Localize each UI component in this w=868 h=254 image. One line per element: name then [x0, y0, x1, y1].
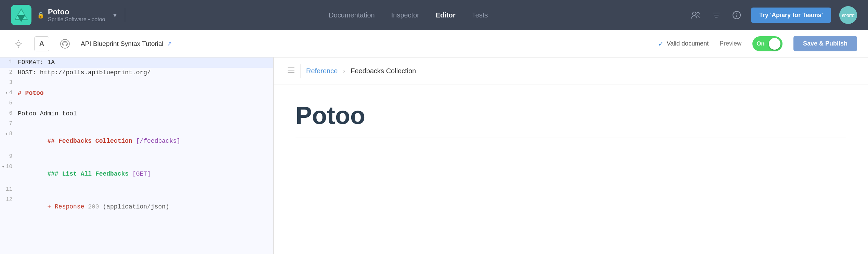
editor-line: 2 HOST: http://polls.apiblueprint.org/	[0, 68, 273, 78]
line-code: ## Feedbacks Collection [/feedbacks]	[18, 130, 180, 151]
collapse-arrow[interactable]: ▾	[5, 131, 8, 137]
app-logo[interactable]	[11, 5, 31, 25]
nav-link-documentation[interactable]: Documentation	[329, 11, 375, 19]
editor-line: 12 + Response 200 (application/json)	[0, 195, 273, 218]
line-code: FORMAT: 1A	[18, 58, 55, 66]
nav-actions: ? Try 'Apiary for Teams' SPRITE	[689, 6, 857, 24]
svg-text:?: ?	[735, 13, 737, 18]
brand-info: 🔒 Potoo Spritle Software • potoo	[37, 8, 105, 23]
line-code: HOST: http://polls.apiblueprint.org/	[18, 68, 151, 76]
editor-line: ▾8 ## Feedbacks Collection [/feedbacks]	[0, 129, 273, 152]
line-code	[18, 120, 22, 127]
editor-line: 3	[0, 78, 273, 88]
line-number: 9	[0, 153, 18, 160]
toggle-knob	[769, 38, 780, 50]
line-code	[18, 186, 22, 193]
check-icon: ✓	[658, 40, 664, 48]
breadcrumb-divider	[300, 64, 301, 78]
line-code: + Response 200 (application/json)	[18, 196, 169, 217]
github-button[interactable]	[57, 36, 73, 51]
preview-toggle[interactable]: On	[752, 36, 782, 51]
brand-subtitle: Spritle Software • potoo	[48, 16, 105, 23]
editor-line: 9	[0, 152, 273, 162]
breadcrumb-current: Feedbacks Collection	[351, 67, 416, 75]
save-publish-button[interactable]: Save & Publish	[793, 36, 857, 51]
editor-line: ▾10 ### List All Feedbacks [GET]	[0, 162, 273, 185]
line-number: 11	[0, 186, 18, 192]
svg-rect-21	[288, 72, 294, 73]
line-code: ### List All Feedbacks [GET]	[18, 163, 151, 184]
line-number: 1	[0, 58, 18, 65]
line-number: 5	[0, 99, 18, 106]
preview-pane: Reference › Feedbacks Collection Potoo	[274, 58, 868, 254]
line-code	[18, 99, 22, 107]
svg-text:SPRITE: SPRITE	[842, 14, 855, 18]
collapse-arrow[interactable]: ▾	[2, 164, 4, 169]
toggle-label: On	[757, 40, 765, 47]
valid-label: Valid document	[667, 40, 709, 47]
top-navigation: 🔒 Potoo Spritle Software • potoo ▾ Docum…	[0, 0, 868, 30]
editor-line: ▾4 # Potoo	[0, 88, 273, 99]
brand-title-group: Potoo Spritle Software • potoo	[48, 8, 105, 23]
user-avatar[interactable]: SPRITE	[839, 6, 857, 24]
preview-title: Potoo	[295, 101, 846, 129]
line-number: 6	[0, 110, 18, 116]
svg-point-18	[61, 39, 69, 48]
brand-title: Potoo	[48, 8, 105, 16]
line-number: ▾10	[0, 163, 18, 170]
svg-rect-19	[288, 67, 294, 68]
line-code	[18, 79, 22, 86]
toolbar: A API Blueprint Syntax Tutorial ↗ ✓ Vali…	[0, 30, 868, 58]
line-number: 3	[0, 79, 18, 86]
toggle-switch[interactable]: On	[752, 36, 782, 51]
editor-line: 6 Potoo Admin tool	[0, 109, 273, 119]
valid-indicator: ✓ Valid document	[658, 40, 709, 48]
collapse-arrow[interactable]: ▾	[5, 90, 8, 96]
toolbar-right: ✓ Valid document Preview On Save & Publi…	[658, 36, 857, 51]
line-number: 2	[0, 68, 18, 75]
font-size-button[interactable]: A	[34, 36, 49, 51]
help-icon-button[interactable]: ?	[731, 9, 743, 21]
filter-icon-button[interactable]	[710, 9, 722, 21]
main-content: 1 FORMAT: 1A 2 HOST: http://polls.apiblu…	[0, 58, 868, 254]
svg-point-13	[17, 42, 20, 46]
line-number: 7	[0, 120, 18, 127]
line-number: ▾8	[0, 130, 18, 137]
svg-rect-20	[288, 70, 294, 71]
lock-icon: 🔒	[37, 11, 44, 19]
svg-point-5	[697, 12, 699, 15]
try-teams-button[interactable]: Try 'Apiary for Teams'	[751, 8, 831, 23]
editor-line: 7	[0, 119, 273, 129]
editor-pane[interactable]: 1 FORMAT: 1A 2 HOST: http://polls.apiblu…	[0, 58, 274, 254]
editor-line: 1 FORMAT: 1A	[0, 58, 273, 68]
team-icon-button[interactable]	[689, 9, 702, 21]
nav-links: Documentation Inspector Editor Tests	[135, 11, 681, 19]
line-number: ▾4	[0, 89, 18, 96]
brand-dropdown-button[interactable]: ▾	[110, 11, 119, 19]
nav-link-inspector[interactable]: Inspector	[391, 11, 419, 19]
svg-point-4	[693, 12, 696, 15]
theme-toggle-button[interactable]	[11, 36, 26, 51]
line-number: 12	[0, 196, 18, 203]
list-icon	[287, 67, 295, 76]
nav-divider	[125, 8, 125, 22]
nav-link-editor[interactable]: Editor	[436, 11, 456, 19]
editor-line: 11	[0, 185, 273, 195]
file-title: API Blueprint Syntax Tutorial ↗	[81, 40, 650, 48]
line-code	[18, 153, 22, 160]
editor-line: 5	[0, 99, 273, 109]
nav-link-tests[interactable]: Tests	[472, 11, 488, 19]
preview-divider	[295, 138, 846, 138]
breadcrumb: Reference › Feedbacks Collection	[274, 58, 868, 85]
brand-section: 🔒 Potoo Spritle Software • potoo ▾	[11, 5, 127, 25]
breadcrumb-arrow-icon: ›	[343, 67, 345, 75]
breadcrumb-reference[interactable]: Reference	[306, 67, 338, 75]
file-title-text: API Blueprint Syntax Tutorial	[81, 40, 163, 48]
line-code: # Potoo	[18, 89, 44, 97]
external-link-icon[interactable]: ↗	[167, 40, 172, 48]
preview-label: Preview	[720, 40, 741, 47]
line-code: Potoo Admin tool	[18, 110, 77, 117]
preview-body: Potoo	[274, 85, 868, 155]
